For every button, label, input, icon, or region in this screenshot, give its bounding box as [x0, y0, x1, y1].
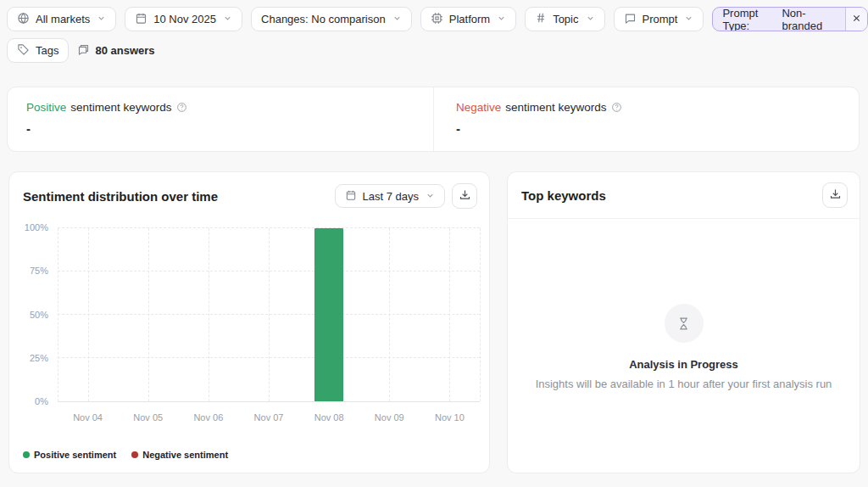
sentiment-keywords-card: Positive sentiment keywords - Negative s… [7, 87, 860, 152]
help-icon[interactable] [176, 102, 187, 113]
chevron-down-icon [497, 13, 506, 25]
y-tick-label: 75% [30, 266, 48, 276]
bar-nov-08[interactable] [314, 228, 343, 401]
x-tick-label: Nov 10 [435, 412, 465, 423]
analysis-empty-state: Analysis in Progress Insights will be av… [508, 219, 860, 390]
top-keywords-header: Top keywords [508, 172, 860, 219]
positive-rest: sentiment keywords [70, 101, 171, 114]
filter-date-label: 10 Nov 2025 [153, 13, 216, 25]
v-gridline [148, 228, 149, 401]
chart-legend: Positive sentimentNegative sentiment [23, 450, 228, 460]
secondary-toolbar: Tags 80 answers [7, 38, 155, 63]
v-gridline [389, 228, 390, 401]
filters-toolbar: All markets 10 Nov 2025 Changes: No comp… [7, 7, 868, 31]
remove-prompt-type-filter-button[interactable] [845, 8, 867, 31]
y-axis-labels: 0%25%50%75%100% [16, 228, 48, 402]
negative-word: Negative [456, 101, 501, 114]
chart-plot [58, 228, 480, 402]
dashboard-page: All markets 10 Nov 2025 Changes: No comp… [0, 0, 868, 487]
positive-keywords-section: Positive sentiment keywords - [8, 87, 433, 151]
filter-prompt-type-value: Non-branded [782, 7, 836, 31]
positive-keywords-title: Positive sentiment keywords [26, 101, 415, 114]
download-keywords-button[interactable] [822, 182, 848, 208]
legend-dot-icon [131, 451, 138, 458]
chevron-down-icon [392, 13, 402, 25]
tags-button[interactable]: Tags [7, 38, 69, 63]
filter-prompt-label: Prompt [643, 13, 678, 25]
download-icon [829, 188, 842, 204]
x-tick-label: Nov 06 [193, 412, 223, 423]
filter-prompt-type-key: Prompt Type: [722, 7, 777, 31]
y-tick-label: 0% [35, 396, 48, 406]
chevron-down-icon [223, 13, 232, 25]
empty-state-subtitle: Insights will be available in 1 hour aft… [519, 378, 849, 390]
filter-prompt-type-labelpart: Prompt Type: Non-branded [713, 8, 845, 31]
negative-keywords-value: - [456, 121, 840, 136]
filter-prompt[interactable]: Prompt [614, 7, 704, 31]
x-tick-label: Nov 07 [254, 412, 284, 423]
v-gridline [449, 228, 450, 401]
chevron-down-icon [97, 13, 106, 25]
v-gridline [269, 228, 270, 401]
v-gridline [480, 228, 481, 401]
empty-state-title: Analysis in Progress [629, 358, 738, 371]
sentiment-distribution-card: Sentiment distribution over time Last 7 … [8, 171, 490, 473]
legend-label: Negative sentiment [142, 450, 228, 460]
chevron-down-icon [684, 13, 693, 25]
negative-keywords-section: Negative sentiment keywords - [433, 87, 859, 151]
answers-icon [77, 43, 90, 59]
positive-word: Positive [26, 101, 66, 114]
y-tick-label: 100% [25, 222, 48, 232]
filter-changes[interactable]: Changes: No comparison [251, 7, 412, 31]
negative-rest: sentiment keywords [505, 101, 606, 114]
answers-count: 80 answers [77, 43, 154, 59]
legend-item: Positive sentiment [23, 450, 116, 460]
help-icon[interactable] [611, 102, 622, 113]
x-tick-label: Nov 08 [314, 412, 344, 423]
v-gridline [209, 228, 209, 401]
y-tick-label: 50% [30, 310, 48, 320]
chat-bubble-icon [624, 12, 637, 27]
top-keywords-title: Top keywords [521, 188, 606, 203]
tag-icon [17, 43, 30, 59]
hash-icon [535, 12, 547, 26]
legend-label: Positive sentiment [34, 450, 116, 460]
x-tick-label: Nov 05 [133, 412, 163, 423]
filter-date[interactable]: 10 Nov 2025 [125, 7, 242, 31]
x-axis-labels: Nov 04Nov 05Nov 06Nov 07Nov 08Nov 09Nov … [58, 412, 480, 424]
answers-count-label: 80 answers [95, 44, 154, 57]
filter-prompt-type-active[interactable]: Prompt Type: Non-branded [712, 7, 868, 31]
chevron-down-icon [586, 13, 595, 25]
filter-platform[interactable]: Platform [420, 7, 516, 31]
close-icon [852, 13, 861, 25]
filter-all-markets-label: All markets [36, 13, 90, 25]
sentiment-chart: 0%25%50%75%100% Nov 04Nov 05Nov 06Nov 07… [9, 172, 489, 473]
filter-topic-label: Topic [553, 13, 578, 25]
calendar-icon [135, 12, 147, 27]
v-gridline [58, 228, 58, 401]
filter-changes-label: Changes: No comparison [261, 13, 386, 25]
filter-topic[interactable]: Topic [525, 7, 604, 31]
filter-all-markets[interactable]: All markets [7, 7, 116, 31]
filter-platform-label: Platform [449, 13, 490, 25]
negative-keywords-title: Negative sentiment keywords [456, 101, 840, 114]
x-tick-label: Nov 04 [73, 412, 103, 423]
positive-keywords-value: - [26, 121, 415, 136]
y-tick-label: 25% [30, 353, 48, 363]
legend-dot-icon [23, 451, 30, 458]
top-keywords-card: Top keywords Analysis in Progress Insigh… [507, 171, 860, 473]
legend-item: Negative sentiment [131, 450, 228, 460]
x-tick-label: Nov 09 [375, 412, 404, 423]
hourglass-icon [665, 304, 704, 343]
cpu-icon [431, 12, 443, 27]
v-gridline [88, 228, 89, 401]
globe-icon [17, 12, 30, 27]
tags-button-label: Tags [36, 44, 58, 57]
